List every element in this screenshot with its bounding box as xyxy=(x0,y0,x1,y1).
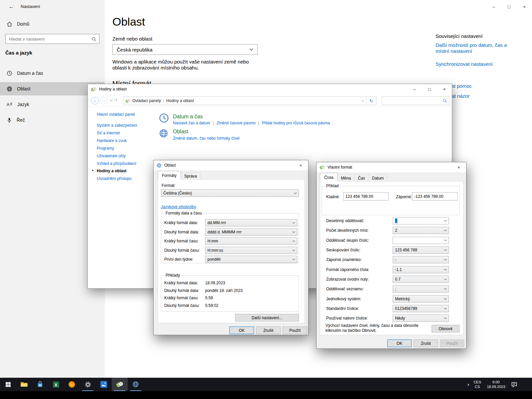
set-time-date-link[interactable]: Nastavit čas a datum xyxy=(173,121,210,125)
tab-sprava[interactable]: Správa xyxy=(181,172,200,180)
negative-number-format-select[interactable]: -1.1 xyxy=(393,266,449,273)
language-indicator[interactable]: CES CS xyxy=(473,380,481,389)
group-separator-select[interactable] xyxy=(393,237,449,244)
ok-button[interactable]: OK xyxy=(387,339,412,347)
chevron-down-icon xyxy=(292,249,295,251)
up-icon: ↑ xyxy=(115,97,117,102)
decimal-digits-select[interactable]: 2 xyxy=(393,227,449,234)
maximize-button[interactable]: □ xyxy=(422,84,437,94)
first-day-of-week-select[interactable]: pondělí xyxy=(205,256,297,263)
cpl-nav-programs[interactable]: Programy xyxy=(97,146,114,151)
long-date-format-select[interactable]: dddd d. MMMM rrrr xyxy=(205,228,297,236)
sidebar-item-home[interactable]: Domů xyxy=(0,17,105,31)
format-select[interactable]: Čeština (Česko) xyxy=(161,189,299,197)
cpl-nav-network[interactable]: Síť a internet xyxy=(97,131,120,135)
taskbar-excel-button[interactable] xyxy=(48,378,64,391)
related-link-sync[interactable]: Synchronizovat nastavení xyxy=(436,61,493,67)
back-button[interactable]: ← xyxy=(91,97,99,104)
positive-example-input[interactable] xyxy=(343,194,388,199)
close-button[interactable]: × xyxy=(437,84,452,94)
link-separator: | xyxy=(258,121,259,125)
tab-cisla[interactable]: Čísla xyxy=(320,173,337,182)
recent-pages-chevron-icon[interactable] xyxy=(110,99,113,101)
taskbar-store-button[interactable] xyxy=(32,378,48,391)
up-button[interactable]: ↑ xyxy=(115,97,117,102)
refresh-button[interactable]: ↻ xyxy=(366,96,376,105)
negative-example-input[interactable] xyxy=(412,194,457,199)
tab-formaty[interactable]: Formáty xyxy=(158,171,181,180)
region-heading[interactable]: Oblast xyxy=(173,129,188,135)
decimal-separator-select[interactable]: , xyxy=(393,217,449,224)
oblast-dialog-titlebar[interactable]: Oblast × xyxy=(154,160,308,170)
forward-button[interactable]: → xyxy=(100,97,108,104)
chevron-down-icon xyxy=(292,222,295,224)
tab-mena[interactable]: Měna xyxy=(337,174,354,182)
cpl-titlebar[interactable]: Hodiny a oblast – □ × xyxy=(88,84,452,94)
custom-dialog-titlebar[interactable]: Vlastní formát × xyxy=(317,162,466,172)
cpl-nav-user-accounts[interactable]: Uživatelské účty xyxy=(97,154,126,158)
cpl-nav-ease-of-access[interactable]: Usnadnění přístupu xyxy=(97,176,132,181)
cpl-search-box[interactable] xyxy=(382,96,450,105)
cancel-button[interactable]: Zrušit xyxy=(256,327,281,334)
maximize-button[interactable]: □ xyxy=(501,0,517,13)
standard-digits-select[interactable]: 0123456789 xyxy=(393,305,449,312)
short-time-format-select[interactable]: H:mm xyxy=(205,237,297,245)
cpl-nav-appearance[interactable]: Vzhled a přizpůsobení xyxy=(97,161,136,166)
leading-zeros-select[interactable]: 0.7 xyxy=(393,276,449,283)
settings-search-box[interactable] xyxy=(5,34,99,44)
add-clocks-link[interactable]: Přidat hodiny pro různá časová pásma xyxy=(262,121,330,125)
digit-grouping-select[interactable]: 123 456 789 xyxy=(393,246,449,254)
long-time-format-select[interactable]: H:mm:ss xyxy=(205,247,297,254)
reset-button[interactable]: Obnovit xyxy=(432,325,460,332)
start-button[interactable] xyxy=(0,378,16,391)
language-preferences-link[interactable]: Jazykové předvolby xyxy=(161,204,196,209)
additional-settings-button[interactable]: Další nastavení... xyxy=(235,314,299,322)
apply-button[interactable]: Použít xyxy=(283,327,307,334)
minimize-button[interactable]: – xyxy=(407,84,422,94)
taskbar-firefox-button[interactable] xyxy=(64,378,80,391)
apply-button[interactable]: Použít xyxy=(440,339,464,347)
country-select[interactable]: Česká republika xyxy=(112,44,258,55)
cpl-nav-hardware[interactable]: Hardware a zvuk xyxy=(97,138,127,143)
taskbar-region-dialog-button[interactable] xyxy=(128,378,144,391)
field-label: Seskupování číslic: xyxy=(326,248,360,252)
breadcrumb-current[interactable]: Hodiny a oblast xyxy=(166,98,194,103)
measurement-system-select[interactable]: Metrický xyxy=(393,295,449,303)
breadcrumb-control-panel[interactable]: Ovládací panely xyxy=(132,98,161,103)
example-label: Krátký formát data: xyxy=(164,281,198,285)
cpl-nav-home[interactable]: Hlavní ovládací panel xyxy=(97,112,135,117)
related-link-datetime[interactable]: Další možnosti pro datum, čas a místní n… xyxy=(436,42,515,54)
taskbar-photos-button[interactable] xyxy=(96,378,112,391)
address-dropdown-chevron-icon[interactable] xyxy=(361,100,364,102)
cancel-button[interactable]: Zrušit xyxy=(414,339,438,347)
date-time-heading[interactable]: Datum a čas xyxy=(173,114,203,120)
action-center-icon[interactable] xyxy=(511,381,517,388)
list-separator-select[interactable]: ; xyxy=(393,285,449,293)
close-button[interactable]: × xyxy=(451,162,466,172)
negative-example-field[interactable] xyxy=(412,192,458,200)
close-button[interactable]: × xyxy=(517,0,532,13)
hidden-icons-chevron[interactable]: ∧ xyxy=(467,383,469,386)
search-input[interactable] xyxy=(384,98,441,103)
ok-button[interactable]: OK xyxy=(229,327,254,334)
clock[interactable]: 6:00 18.09.2023 xyxy=(485,380,507,389)
tab-datum[interactable]: Datum xyxy=(368,174,387,182)
change-timezone-link[interactable]: Změnit časové pásmo xyxy=(216,121,255,125)
negative-sign-select[interactable]: - xyxy=(393,256,449,263)
taskbar-explorer-button[interactable] xyxy=(16,378,32,391)
close-button[interactable]: × xyxy=(293,160,308,170)
address-bar[interactable]: Ovládací panely › Hodiny a oblast xyxy=(123,96,366,105)
short-date-format-select[interactable]: dd.MM.rrrr xyxy=(205,219,297,226)
sidebar-item-datetime[interactable]: Datum a čas xyxy=(0,66,105,80)
cpl-nav-clock-region[interactable]: Hodiny a oblast xyxy=(97,169,126,173)
change-formats-link[interactable]: Změnit datum, čas nebo formáty čísel xyxy=(173,136,239,141)
minimize-button[interactable]: – xyxy=(486,0,501,13)
cpl-nav-system-security[interactable]: Systém a zabezpečení xyxy=(97,123,137,128)
positive-example-field[interactable] xyxy=(343,192,389,200)
back-button[interactable]: ← xyxy=(5,0,18,13)
search-input[interactable] xyxy=(6,37,91,42)
tab-cas[interactable]: Čas xyxy=(354,174,368,182)
taskbar-clock-region-button[interactable] xyxy=(112,378,128,391)
taskbar-settings-button[interactable] xyxy=(80,378,96,391)
native-digits-select[interactable]: Nikdy xyxy=(393,315,449,322)
